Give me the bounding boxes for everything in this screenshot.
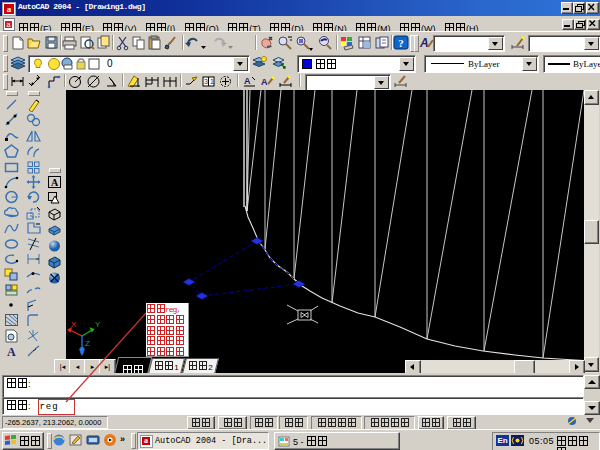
svg-text:1: 1 (210, 78, 214, 85)
svg-text:A: A (261, 77, 268, 87)
svg-text:A: A (51, 177, 59, 188)
svg-text:?: ? (398, 37, 404, 49)
svg-text:Z: Z (85, 339, 90, 348)
svg-text:A: A (419, 36, 429, 50)
svg-text:3: 3 (204, 78, 208, 85)
svg-text:Y: Y (95, 320, 101, 329)
svg-text:A: A (244, 76, 251, 86)
svg-text:X: X (71, 320, 77, 329)
svg-text:A: A (7, 345, 16, 358)
